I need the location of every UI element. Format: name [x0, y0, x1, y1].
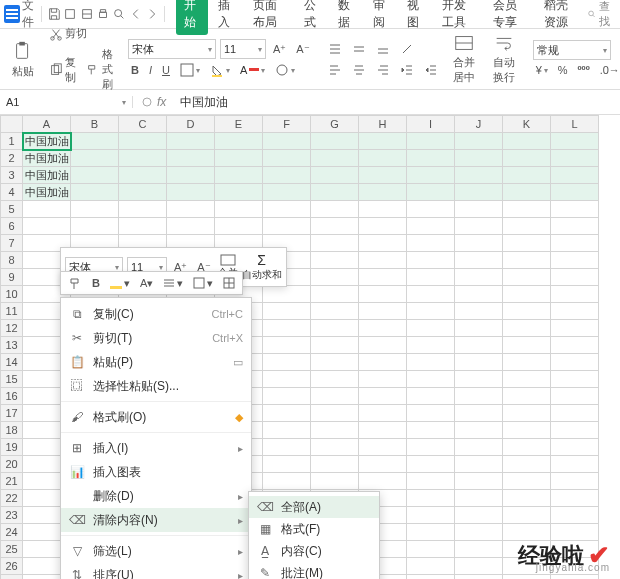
- decrease-decimal-icon[interactable]: .0→: [597, 62, 620, 78]
- cell-C3[interactable]: [119, 167, 167, 184]
- cell-L11[interactable]: [551, 303, 599, 320]
- cell-C6[interactable]: [119, 218, 167, 235]
- cell-K3[interactable]: [503, 167, 551, 184]
- ctx-insert[interactable]: ⊞插入(I)▸: [61, 436, 251, 460]
- ctx-insert-chart[interactable]: 📊插入图表: [61, 460, 251, 484]
- cell-H1[interactable]: [359, 133, 407, 150]
- row-header-22[interactable]: 22: [1, 490, 23, 507]
- fill-color-button[interactable]: ▾: [207, 61, 233, 79]
- cell-F12[interactable]: [263, 320, 311, 337]
- cell-I7[interactable]: [407, 235, 455, 252]
- col-header-D[interactable]: D: [167, 116, 215, 133]
- cell-G5[interactable]: [311, 201, 359, 218]
- ctx-filter[interactable]: ▽筛选(L)▸: [61, 539, 251, 563]
- row-header-8[interactable]: 8: [1, 252, 23, 269]
- cell-F4[interactable]: [263, 184, 311, 201]
- sub-contents[interactable]: A̲内容(C): [249, 540, 379, 562]
- cell-F18[interactable]: [263, 422, 311, 439]
- cell-K16[interactable]: [503, 388, 551, 405]
- cell-J2[interactable]: [455, 150, 503, 167]
- ctx-clear[interactable]: ⌫清除内容(N)▸: [61, 508, 251, 532]
- cell-J24[interactable]: [455, 524, 503, 541]
- cell-K24[interactable]: [503, 524, 551, 541]
- cell-I26[interactable]: [407, 558, 455, 575]
- cell-K27[interactable]: [503, 575, 551, 580]
- cell-C5[interactable]: [119, 201, 167, 218]
- cell-H6[interactable]: [359, 218, 407, 235]
- cell-K17[interactable]: [503, 405, 551, 422]
- cell-F21[interactable]: [263, 473, 311, 490]
- cell-F13[interactable]: [263, 337, 311, 354]
- cell-A6[interactable]: [23, 218, 71, 235]
- cell-D5[interactable]: [167, 201, 215, 218]
- cell-F5[interactable]: [263, 201, 311, 218]
- merge-center-button[interactable]: 合并居中: [447, 31, 481, 87]
- cell-L3[interactable]: [551, 167, 599, 184]
- cell-J22[interactable]: [455, 490, 503, 507]
- row-header-9[interactable]: 9: [1, 269, 23, 286]
- cell-B2[interactable]: [71, 150, 119, 167]
- cell-I1[interactable]: [407, 133, 455, 150]
- cell-H5[interactable]: [359, 201, 407, 218]
- cell-L18[interactable]: [551, 422, 599, 439]
- font-name-combo[interactable]: 宋体▾: [128, 39, 216, 59]
- cell-G15[interactable]: [311, 371, 359, 388]
- bold-button[interactable]: B: [128, 62, 142, 78]
- mini-align-icon[interactable]: ▾: [160, 274, 186, 292]
- sub-comments[interactable]: ✎批注(M): [249, 562, 379, 579]
- cell-G4[interactable]: [311, 184, 359, 201]
- row-header-17[interactable]: 17: [1, 405, 23, 422]
- cell-F17[interactable]: [263, 405, 311, 422]
- align-bottom-icon[interactable]: [373, 40, 393, 58]
- col-header-G[interactable]: G: [311, 116, 359, 133]
- align-middle-icon[interactable]: [349, 40, 369, 58]
- cell-G18[interactable]: [311, 422, 359, 439]
- cell-L10[interactable]: [551, 286, 599, 303]
- cell-C2[interactable]: [119, 150, 167, 167]
- cell-H15[interactable]: [359, 371, 407, 388]
- cell-L14[interactable]: [551, 354, 599, 371]
- cell-K14[interactable]: [503, 354, 551, 371]
- row-header-18[interactable]: 18: [1, 422, 23, 439]
- cell-B3[interactable]: [71, 167, 119, 184]
- ctx-cut[interactable]: ✂剪切(T)Ctrl+X: [61, 326, 251, 350]
- row-header-19[interactable]: 19: [1, 439, 23, 456]
- mini-border-icon[interactable]: ▾: [190, 274, 216, 292]
- col-header-B[interactable]: B: [71, 116, 119, 133]
- cell-K19[interactable]: [503, 439, 551, 456]
- ctx-delete[interactable]: 删除(D)▸: [61, 484, 251, 508]
- cell-J27[interactable]: [455, 575, 503, 580]
- tab-dev[interactable]: 开发工具: [434, 0, 483, 35]
- orientation-icon[interactable]: [397, 40, 417, 58]
- cell-J7[interactable]: [455, 235, 503, 252]
- cell-F20[interactable]: [263, 456, 311, 473]
- cell-C1[interactable]: [119, 133, 167, 150]
- ctx-paste[interactable]: 📋粘贴(P)▭: [61, 350, 251, 374]
- cell-I21[interactable]: [407, 473, 455, 490]
- col-header-C[interactable]: C: [119, 116, 167, 133]
- cell-H7[interactable]: [359, 235, 407, 252]
- cell-B6[interactable]: [71, 218, 119, 235]
- cell-H12[interactable]: [359, 320, 407, 337]
- comma-icon[interactable]: ººº: [575, 62, 593, 78]
- decrease-font-icon[interactable]: A⁻: [293, 41, 312, 58]
- file-label[interactable]: 文件: [22, 5, 36, 23]
- font-size-combo[interactable]: 11▾: [220, 39, 266, 59]
- cell-L23[interactable]: [551, 507, 599, 524]
- row-header-2[interactable]: 2: [1, 150, 23, 167]
- ctx-paste-special[interactable]: ⿴选择性粘贴(S)...: [61, 374, 251, 398]
- cell-D6[interactable]: [167, 218, 215, 235]
- qa-undo-icon[interactable]: [63, 5, 77, 23]
- cell-D2[interactable]: [167, 150, 215, 167]
- cell-E4[interactable]: [215, 184, 263, 201]
- cell-B1[interactable]: [71, 133, 119, 150]
- cut-button[interactable]: 剪切: [46, 24, 116, 43]
- row-header-5[interactable]: 5: [1, 201, 23, 218]
- cell-I5[interactable]: [407, 201, 455, 218]
- cell-H20[interactable]: [359, 456, 407, 473]
- border-button[interactable]: ▾: [177, 61, 203, 79]
- cell-J1[interactable]: [455, 133, 503, 150]
- cell-K10[interactable]: [503, 286, 551, 303]
- cell-I17[interactable]: [407, 405, 455, 422]
- mini-autosum-button[interactable]: Σ自动求和: [242, 252, 282, 282]
